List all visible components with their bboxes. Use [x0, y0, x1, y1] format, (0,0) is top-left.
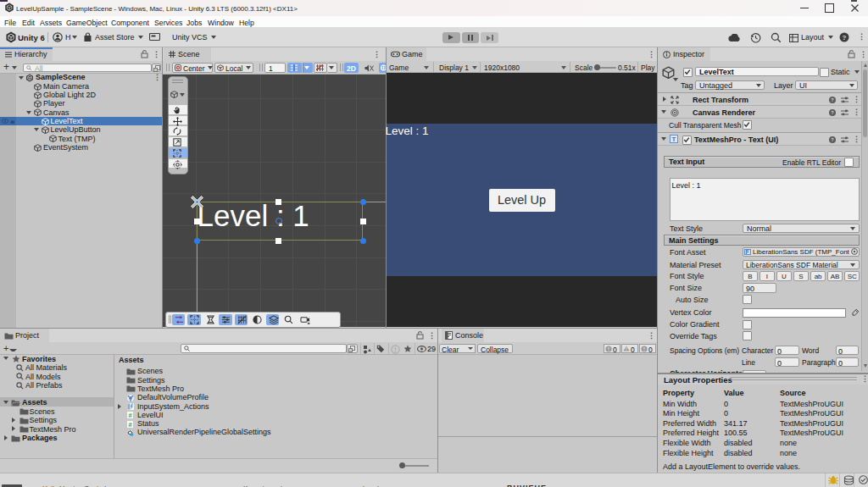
svg-text:?: ? [843, 34, 847, 42]
